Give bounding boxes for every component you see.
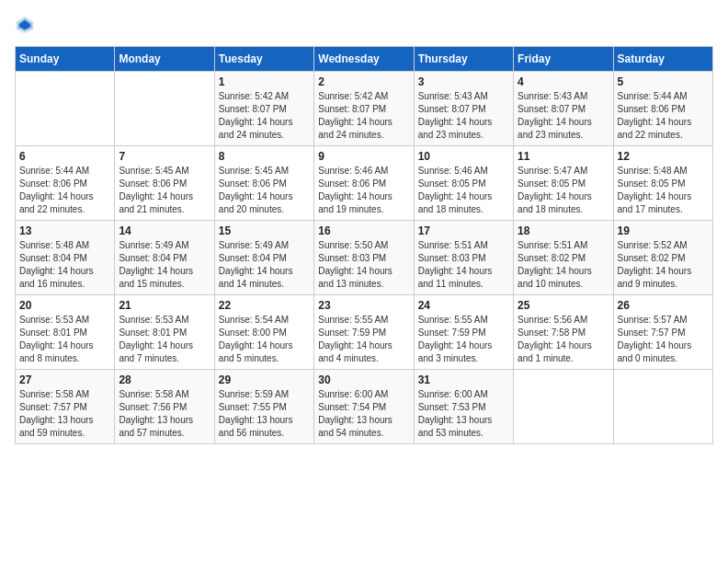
cell-w2-d1: 6Sunrise: 5:44 AM Sunset: 8:06 PM Daylig… <box>16 146 115 221</box>
day-number: 5 <box>618 75 709 88</box>
day-number: 7 <box>119 150 210 163</box>
week-row-4: 20Sunrise: 5:53 AM Sunset: 8:01 PM Dayli… <box>16 295 713 370</box>
col-monday: Monday <box>115 47 214 72</box>
cell-w4-d7: 26Sunrise: 5:57 AM Sunset: 7:57 PM Dayli… <box>613 295 712 370</box>
cell-w1-d7: 5Sunrise: 5:44 AM Sunset: 8:06 PM Daylig… <box>613 72 712 146</box>
day-info: Sunrise: 5:54 AM Sunset: 8:00 PM Dayligh… <box>219 314 310 365</box>
day-info: Sunrise: 5:45 AM Sunset: 8:06 PM Dayligh… <box>119 165 210 216</box>
cell-w3-d1: 13Sunrise: 5:48 AM Sunset: 8:04 PM Dayli… <box>16 221 115 295</box>
day-info: Sunrise: 6:00 AM Sunset: 7:53 PM Dayligh… <box>418 388 509 440</box>
cell-w3-d2: 14Sunrise: 5:49 AM Sunset: 8:04 PM Dayli… <box>115 221 214 295</box>
cell-w5-d2: 28Sunrise: 5:58 AM Sunset: 7:56 PM Dayli… <box>115 370 214 444</box>
cell-w4-d2: 21Sunrise: 5:53 AM Sunset: 8:01 PM Dayli… <box>115 295 214 370</box>
cell-w3-d7: 19Sunrise: 5:52 AM Sunset: 8:02 PM Dayli… <box>613 221 712 295</box>
day-info: Sunrise: 5:58 AM Sunset: 7:56 PM Dayligh… <box>119 388 210 440</box>
day-number: 9 <box>318 150 409 163</box>
cell-w4-d6: 25Sunrise: 5:56 AM Sunset: 7:58 PM Dayli… <box>514 295 613 370</box>
day-number: 30 <box>318 373 409 386</box>
day-info: Sunrise: 5:55 AM Sunset: 7:59 PM Dayligh… <box>418 314 509 365</box>
day-number: 24 <box>418 299 509 312</box>
day-info: Sunrise: 5:43 AM Sunset: 8:07 PM Dayligh… <box>418 90 509 142</box>
day-info: Sunrise: 5:51 AM Sunset: 8:02 PM Dayligh… <box>518 239 609 291</box>
day-number: 1 <box>219 75 310 88</box>
col-wednesday: Wednesday <box>314 47 414 72</box>
day-number: 29 <box>219 373 310 386</box>
day-info: Sunrise: 6:00 AM Sunset: 7:54 PM Dayligh… <box>318 388 409 440</box>
day-info: Sunrise: 5:46 AM Sunset: 8:05 PM Dayligh… <box>418 165 509 216</box>
cell-w2-d2: 7Sunrise: 5:45 AM Sunset: 8:06 PM Daylig… <box>115 146 214 221</box>
col-tuesday: Tuesday <box>214 47 313 72</box>
logo-icon <box>15 15 35 35</box>
col-friday: Friday <box>514 47 613 72</box>
day-number: 23 <box>318 299 409 312</box>
cell-w5-d1: 27Sunrise: 5:58 AM Sunset: 7:57 PM Dayli… <box>16 370 115 444</box>
day-info: Sunrise: 5:43 AM Sunset: 8:07 PM Dayligh… <box>518 90 609 142</box>
day-info: Sunrise: 5:56 AM Sunset: 7:58 PM Dayligh… <box>518 314 609 365</box>
calendar-table: Sunday Monday Tuesday Wednesday Thursday… <box>15 46 713 444</box>
day-number: 22 <box>219 299 310 312</box>
day-number: 4 <box>518 75 609 88</box>
day-info: Sunrise: 5:50 AM Sunset: 8:03 PM Dayligh… <box>318 239 409 291</box>
cell-w4-d5: 24Sunrise: 5:55 AM Sunset: 7:59 PM Dayli… <box>414 295 513 370</box>
day-info: Sunrise: 5:49 AM Sunset: 8:04 PM Dayligh… <box>119 239 210 291</box>
header-row: Sunday Monday Tuesday Wednesday Thursday… <box>16 47 713 72</box>
col-thursday: Thursday <box>414 47 513 72</box>
cell-w3-d3: 15Sunrise: 5:49 AM Sunset: 8:04 PM Dayli… <box>214 221 313 295</box>
cell-w5-d4: 30Sunrise: 6:00 AM Sunset: 7:54 PM Dayli… <box>314 370 414 444</box>
day-number: 15 <box>219 224 310 237</box>
day-info: Sunrise: 5:58 AM Sunset: 7:57 PM Dayligh… <box>19 388 110 440</box>
cell-w5-d5: 31Sunrise: 6:00 AM Sunset: 7:53 PM Dayli… <box>414 370 513 444</box>
day-info: Sunrise: 5:57 AM Sunset: 7:57 PM Dayligh… <box>618 314 709 365</box>
day-number: 17 <box>418 224 509 237</box>
cell-w2-d4: 9Sunrise: 5:46 AM Sunset: 8:06 PM Daylig… <box>314 146 414 221</box>
cell-w1-d3: 1Sunrise: 5:42 AM Sunset: 8:07 PM Daylig… <box>214 72 313 146</box>
day-info: Sunrise: 5:47 AM Sunset: 8:05 PM Dayligh… <box>518 165 609 216</box>
day-info: Sunrise: 5:48 AM Sunset: 8:05 PM Dayligh… <box>618 165 709 216</box>
cell-w5-d7 <box>613 370 712 444</box>
week-row-2: 6Sunrise: 5:44 AM Sunset: 8:06 PM Daylig… <box>16 146 713 221</box>
cell-w1-d5: 3Sunrise: 5:43 AM Sunset: 8:07 PM Daylig… <box>414 72 513 146</box>
day-info: Sunrise: 5:42 AM Sunset: 8:07 PM Dayligh… <box>219 90 310 142</box>
cell-w4-d4: 23Sunrise: 5:55 AM Sunset: 7:59 PM Dayli… <box>314 295 414 370</box>
day-number: 21 <box>119 299 210 312</box>
day-number: 3 <box>418 75 509 88</box>
day-info: Sunrise: 5:44 AM Sunset: 8:06 PM Dayligh… <box>618 90 709 142</box>
cell-w1-d1 <box>16 72 115 146</box>
day-number: 26 <box>618 299 709 312</box>
day-number: 31 <box>418 373 509 386</box>
day-info: Sunrise: 5:42 AM Sunset: 8:07 PM Dayligh… <box>318 90 409 142</box>
cell-w1-d2 <box>115 72 214 146</box>
day-number: 12 <box>618 150 709 163</box>
day-number: 28 <box>119 373 210 386</box>
day-number: 27 <box>19 373 110 386</box>
day-number: 16 <box>318 224 409 237</box>
cell-w4-d1: 20Sunrise: 5:53 AM Sunset: 8:01 PM Dayli… <box>16 295 115 370</box>
day-info: Sunrise: 5:49 AM Sunset: 8:04 PM Dayligh… <box>219 239 310 291</box>
cell-w2-d7: 12Sunrise: 5:48 AM Sunset: 8:05 PM Dayli… <box>613 146 712 221</box>
cell-w5-d3: 29Sunrise: 5:59 AM Sunset: 7:55 PM Dayli… <box>214 370 313 444</box>
day-number: 18 <box>518 224 609 237</box>
day-info: Sunrise: 5:52 AM Sunset: 8:02 PM Dayligh… <box>618 239 709 291</box>
day-info: Sunrise: 5:44 AM Sunset: 8:06 PM Dayligh… <box>19 165 110 216</box>
day-info: Sunrise: 5:53 AM Sunset: 8:01 PM Dayligh… <box>19 314 110 365</box>
week-row-3: 13Sunrise: 5:48 AM Sunset: 8:04 PM Dayli… <box>16 221 713 295</box>
day-number: 10 <box>418 150 509 163</box>
cell-w5-d6 <box>514 370 613 444</box>
week-row-5: 27Sunrise: 5:58 AM Sunset: 7:57 PM Dayli… <box>16 370 713 444</box>
day-number: 8 <box>219 150 310 163</box>
cell-w3-d4: 16Sunrise: 5:50 AM Sunset: 8:03 PM Dayli… <box>314 221 414 295</box>
day-number: 19 <box>618 224 709 237</box>
day-info: Sunrise: 5:45 AM Sunset: 8:06 PM Dayligh… <box>219 165 310 216</box>
day-number: 25 <box>518 299 609 312</box>
cell-w2-d3: 8Sunrise: 5:45 AM Sunset: 8:06 PM Daylig… <box>214 146 313 221</box>
cell-w3-d5: 17Sunrise: 5:51 AM Sunset: 8:03 PM Dayli… <box>414 221 513 295</box>
day-info: Sunrise: 5:59 AM Sunset: 7:55 PM Dayligh… <box>219 388 310 440</box>
cell-w2-d6: 11Sunrise: 5:47 AM Sunset: 8:05 PM Dayli… <box>514 146 613 221</box>
day-info: Sunrise: 5:46 AM Sunset: 8:06 PM Dayligh… <box>318 165 409 216</box>
col-sunday: Sunday <box>16 47 115 72</box>
day-number: 13 <box>19 224 110 237</box>
day-info: Sunrise: 5:51 AM Sunset: 8:03 PM Dayligh… <box>418 239 509 291</box>
week-row-1: 1Sunrise: 5:42 AM Sunset: 8:07 PM Daylig… <box>16 72 713 146</box>
day-info: Sunrise: 5:55 AM Sunset: 7:59 PM Dayligh… <box>318 314 409 365</box>
day-number: 20 <box>19 299 110 312</box>
